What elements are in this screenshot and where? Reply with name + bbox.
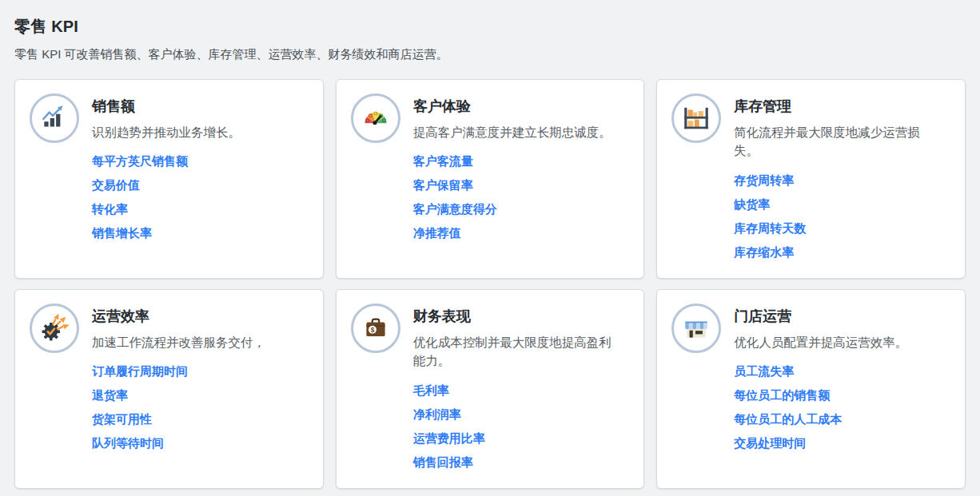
kpi-link-shelf-availability[interactable]: 货架可用性: [92, 413, 309, 427]
kpi-link-labor-cost-per-employee[interactable]: 每位员工的人工成本: [734, 413, 950, 427]
card-description: 简化流程并最大限度地减少运营损失。: [734, 123, 938, 161]
kpi-card-customer-experience: 客户体验 提高客户满意度并建立长期忠诚度。 客户客流量 客户保留率 客户满意度得…: [336, 79, 645, 279]
kpi-link-stockout-rate[interactable]: 缺货率: [734, 198, 950, 212]
kpi-link-list: 每平方英尺销售额 交易价值 转化率 销售增长率: [92, 155, 309, 240]
kpi-link-customer-foot-traffic[interactable]: 客户客流量: [413, 155, 630, 169]
kpi-card-inventory-management: 库存管理 简化流程并最大限度地减少运营损失。 存货周转率 缺货率 库存周转天数 …: [656, 79, 966, 279]
card-title: 财务表现: [413, 307, 630, 326]
card-description: 识别趋势并推动业务增长。: [92, 123, 296, 141]
kpi-card-store-operations: 门店运营 优化人员配置并提高运营效率。 员工流失率 每位员工的销售额 每位员工的…: [656, 289, 966, 489]
page-subtitle: 零售 KPI 可改善销售额、客户体验、库存管理、运营效率、财务绩效和商店运营。: [14, 47, 966, 62]
card-description: 加速工作流程并改善服务交付，: [92, 333, 296, 351]
kpi-link-conversion-rate[interactable]: 转化率: [92, 203, 309, 216]
kpi-link-queue-wait-time[interactable]: 队列等待时间: [92, 437, 309, 450]
card-title: 运营效率: [92, 307, 309, 326]
kpi-link-customer-satisfaction-score[interactable]: 客户满意度得分: [413, 203, 630, 216]
kpi-link-order-fulfillment-cycle-time[interactable]: 订单履行周期时间: [92, 365, 309, 379]
kpi-link-customer-retention-rate[interactable]: 客户保留率: [413, 179, 630, 192]
card-title: 客户体验: [413, 97, 630, 116]
kpi-link-list: 订单履行周期时间 退货率 货架可用性 队列等待时间: [92, 365, 309, 450]
kpi-card-grid: 销售额 识别趋势并推动业务增长。 每平方英尺销售额 交易价值 转化率 销售增长率: [14, 79, 966, 489]
kpi-link-inventory-turnover-rate[interactable]: 存货周转率: [734, 174, 950, 188]
kpi-link-days-of-inventory[interactable]: 库存周转天数: [734, 222, 950, 236]
bar-chart-growth-icon: [30, 93, 79, 143]
card-title: 门店运营: [734, 307, 950, 326]
kpi-link-sales-per-sqft[interactable]: 每平方英尺销售额: [92, 155, 309, 169]
kpi-link-gross-margin[interactable]: 毛利率: [413, 384, 630, 398]
kpi-link-sales-per-employee[interactable]: 每位员工的销售额: [734, 389, 950, 403]
kpi-link-net-profit-margin[interactable]: 净利润率: [413, 408, 630, 422]
kpi-link-transaction-processing-time[interactable]: 交易处理时间: [734, 437, 950, 450]
gear-arrows-icon: [30, 304, 79, 353]
page-title: 零售 KPI: [14, 16, 966, 38]
card-description: 优化成本控制并最大限度地提高盈利能力。: [413, 333, 617, 371]
kpi-link-list: 员工流失率 每位员工的销售额 每位员工的人工成本 交易处理时间: [734, 365, 950, 450]
kpi-link-net-promoter-score[interactable]: 净推荐值: [413, 227, 630, 240]
kpi-link-transaction-value[interactable]: 交易价值: [92, 179, 309, 192]
kpi-link-return-rate[interactable]: 退货率: [92, 389, 309, 403]
kpi-link-list: 客户客流量 客户保留率 客户满意度得分 净推荐值: [413, 155, 630, 240]
kpi-link-list: 毛利率 净利润率 运营费用比率 销售回报率: [413, 384, 630, 470]
dollar-sign-glyph: $: [370, 326, 374, 334]
inventory-shelf-icon: [671, 93, 721, 143]
kpi-link-list: 存货周转率 缺货率 库存周转天数 库存缩水率: [734, 174, 950, 260]
kpi-link-shrinkage-rate[interactable]: 库存缩水率: [734, 246, 950, 260]
kpi-card-operational-efficiency: 运营效率 加速工作流程并改善服务交付， 订单履行周期时间 退货率 货架可用性 队…: [14, 289, 324, 489]
kpi-link-return-on-sales[interactable]: 销售回报率: [413, 456, 630, 470]
kpi-card-sales: 销售额 识别趋势并推动业务增长。 每平方英尺销售额 交易价值 转化率 销售增长率: [14, 79, 324, 279]
satisfaction-gauge-icon: [351, 93, 400, 143]
card-title: 库存管理: [734, 97, 950, 116]
storefront-icon: [671, 304, 721, 353]
card-title: 销售额: [92, 97, 309, 116]
kpi-link-sales-growth-rate[interactable]: 销售增长率: [92, 227, 309, 240]
card-description: 优化人员配置并提高运营效率。: [734, 333, 938, 351]
kpi-link-operating-expense-ratio[interactable]: 运营费用比率: [413, 432, 630, 446]
kpi-link-employee-turnover-rate[interactable]: 员工流失率: [734, 365, 950, 379]
retail-kpi-page: 零售 KPI 零售 KPI 可改善销售额、客户体验、库存管理、运营效率、财务绩效…: [0, 0, 980, 489]
briefcase-dollar-icon: $: [351, 304, 400, 353]
kpi-card-financial-performance: $ 财务表现 优化成本控制并最大限度地提高盈利能力。 毛利率 净利润率 运营费用…: [336, 289, 645, 489]
card-description: 提高客户满意度并建立长期忠诚度。: [413, 123, 617, 141]
